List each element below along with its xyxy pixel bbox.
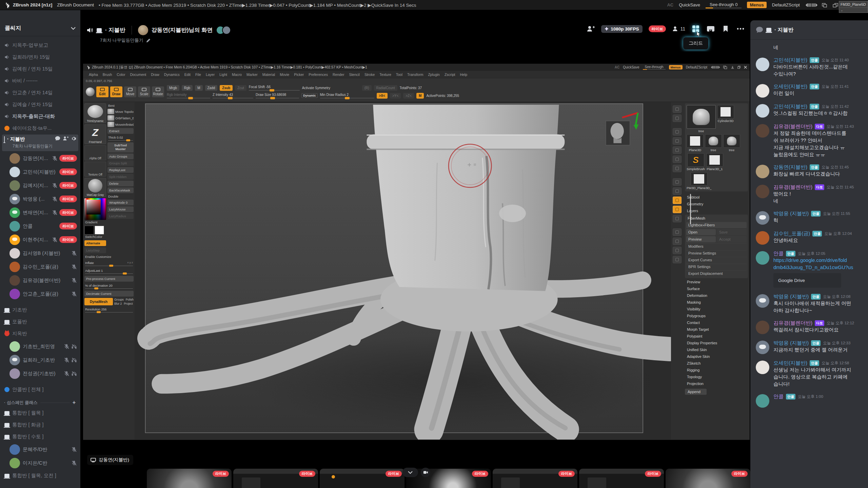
chat-message[interactable]: 네	[756, 44, 864, 51]
plus-icon[interactable]: +	[73, 400, 76, 406]
solo-icon[interactable]	[673, 215, 682, 222]
chat-message[interactable]: 강동연(지블반)안콜오늘 오전 11:45화장실 빠르게 다녀오겠습니다	[756, 164, 864, 178]
persp-icon[interactable]	[673, 178, 682, 186]
sidebar-channel[interactable]: 통합반 [ 수토 ]	[2, 431, 78, 443]
avatar[interactable]	[756, 58, 769, 71]
guild-header[interactable]: 콜씨지	[0, 20, 80, 36]
chat-message[interactable]: 김유경(블렌더반)다토오늘 오후 12:12렉걸려서 잠시껐다키고왔어요	[756, 320, 864, 334]
toolbar-slider[interactable]: Min Draw Radius 2	[320, 93, 374, 98]
inner-see-through[interactable]: See-through	[643, 65, 666, 69]
tool-menu-section[interactable]: Contact	[685, 320, 748, 326]
zbrush-menu-item[interactable]: Help	[457, 73, 470, 77]
sidebar-channel-selected[interactable]: · 지블반7회차 나무밑등만들기	[2, 135, 78, 151]
message-author[interactable]: 고민석(지블반)	[773, 103, 807, 110]
voice-user-row[interactable]: 김서영B (지블반)	[2, 246, 78, 260]
tool-menu-section[interactable]: Projection	[685, 381, 748, 387]
shelf-slider[interactable]: AdjustLast 1	[84, 268, 134, 274]
zbrush-menu-item[interactable]: Color	[114, 73, 127, 77]
inner-sliders-icon[interactable]	[711, 66, 719, 69]
transp-icon[interactable]	[673, 228, 682, 236]
shelf-button[interactable]: Decimate Current	[84, 291, 134, 297]
inner-close-button[interactable]	[744, 66, 747, 69]
tool-menu-section[interactable]: Polygroups	[685, 313, 748, 319]
sidebar-channel[interactable]: 지옥주-출퇴근-대화	[2, 110, 78, 122]
sidebar-channel[interactable]: 김예슬 / 연차 15일	[2, 99, 78, 110]
message-link[interactable]: https://drive.google.com/drive/fold	[773, 257, 864, 264]
message-author[interactable]: 강동연(지블반)	[773, 164, 807, 170]
sidebar-channel[interactable]: 안콜반 [ 전체 ]	[2, 384, 78, 395]
tool-thumbnail[interactable]: SSimpleBrush	[687, 153, 705, 171]
zbrush-menu-item[interactable]: Layer	[203, 73, 217, 77]
toolbar-slider[interactable]: Focal Shift -56	[249, 85, 300, 90]
voice-user-row[interactable]: 길희라_기초반	[2, 353, 78, 367]
chat-message[interactable]: 고민석(지블반)안콜오늘 오전 11:42엇..!스컬핑 되긴했는데ㅎㅎ감사합	[756, 103, 864, 118]
bookmark-icon[interactable]	[721, 24, 730, 33]
sidebar-channel[interactable]: 바비 / -------	[2, 75, 78, 87]
dynamesh-options[interactable]: GroupsPolishBlur 2Project	[114, 298, 134, 305]
zbrush-menu-item[interactable]: Preferences	[306, 73, 330, 77]
zbrush-menu-item[interactable]: Edit	[182, 73, 193, 77]
message-author[interactable]: 김유경(블렌더반)	[773, 184, 812, 190]
avatar[interactable]	[756, 211, 769, 225]
zbrush-menu-item[interactable]: Light	[217, 73, 230, 77]
subtool-preview-thumbnail[interactable]	[606, 121, 630, 145]
tool-dropdown[interactable]: FM3D_Plane5D ⌄	[839, 1, 868, 13]
toolbar-chip[interactable]: Dynamic	[301, 93, 318, 98]
zbrush-menu-item[interactable]: Document	[127, 73, 149, 77]
chat-message[interactable]: 오세민(지블반)안콜오늘 오후 12:58선생님 저는 나가봐야해서 여기까지습…	[756, 360, 864, 388]
avatar[interactable]	[756, 294, 769, 308]
avatar[interactable]	[756, 124, 769, 138]
palette-dock-right-icon[interactable]	[832, 3, 839, 7]
grid-view-button[interactable]: 그리드	[691, 24, 700, 33]
participant-video-tile[interactable]: 라이브	[320, 469, 405, 488]
zbrush-menu-item[interactable]: Texture	[377, 73, 393, 77]
tool-menu-section[interactable]: Visibility	[685, 306, 748, 312]
zbrush-menu-item[interactable]: Material	[260, 73, 277, 77]
tool-menu-section[interactable]: Polypaint	[685, 333, 748, 339]
shelf-slider[interactable]: Resolution 256	[84, 307, 134, 313]
avatar[interactable]	[756, 251, 769, 265]
avatar[interactable]	[756, 165, 769, 178]
toolbar-button[interactable]: (R)	[362, 85, 372, 91]
shelf-button[interactable]: WrapMode 0	[107, 200, 134, 205]
inner-quicksave[interactable]: QuickSave	[623, 65, 639, 69]
scroll-icon[interactable]	[673, 137, 682, 145]
avatar[interactable]	[756, 104, 769, 118]
avatar[interactable]	[756, 185, 769, 198]
message-author[interactable]: 김유경(블렌더반)	[773, 123, 812, 130]
participant-video-tile[interactable]: 라이브	[666, 469, 750, 488]
tool-menu-section[interactable]: Unified Skin	[685, 347, 748, 353]
fibermesh-subsection[interactable]: Export Displacement	[686, 270, 747, 276]
aahalf-icon[interactable]	[673, 165, 682, 172]
chat-message-list[interactable]: 네고민석(지블반)안콜오늘 오전 11:40디바이드버튼이 사라진것...같은데…	[750, 39, 868, 488]
shelf-button[interactable]: SubToolMaster	[107, 142, 134, 152]
voice-user-row[interactable]: 김유경(블렌더반)	[2, 273, 78, 287]
message-author[interactable]: 오세민(지블반)	[773, 83, 807, 90]
zbrush-menu-item[interactable]: Alpha	[86, 73, 100, 77]
voice-user-row[interactable]: 강동연(지...라이브	[2, 151, 78, 165]
toolbar-button[interactable]: Zadd	[205, 85, 218, 91]
voice-user-row[interactable]: 김예지(지...라이브	[2, 179, 78, 192]
dynamesh-button[interactable]: DynaMesh	[84, 298, 113, 305]
palette-dock-left-icon[interactable]	[822, 3, 828, 7]
zbrush-menu-item[interactable]: Tool	[394, 73, 405, 77]
ghost-icon[interactable]	[673, 238, 682, 245]
frame-icon[interactable]	[673, 115, 682, 122]
chat-message[interactable]: 김유경(블렌더반)다토오늘 오전 11:45떴어요 !네	[756, 184, 864, 205]
brush-mini-thumbnail[interactable]: Move Topological	[107, 109, 134, 114]
tool-menu-section[interactable]: Rigging	[685, 367, 748, 373]
matcap-thumbnail[interactable]: MatCap Gray	[84, 178, 106, 197]
voice-user-row[interactable]: 문혜주/D반	[2, 443, 78, 456]
link-embed[interactable]: Google Drive	[773, 273, 841, 288]
sidebar-channel[interactable]: 포폴반	[2, 316, 78, 328]
chat-message[interactable]: 박영웅 (지블반)안콜오늘 오전 11:55헉	[756, 210, 864, 225]
tool-menu-section[interactable]: Surface	[685, 286, 748, 292]
avatar[interactable]	[756, 321, 769, 334]
shelf-slider[interactable]: Thick 0.02	[107, 135, 134, 141]
chat-message[interactable]: 박영웅 (지블반)안콜오늘 오후 12:33지금까지 했던거 중에 젤 어려운거	[756, 340, 864, 354]
participant-video-tile[interactable]: 라이브	[493, 469, 577, 488]
fibermesh-button[interactable]: Open	[686, 229, 716, 235]
fibermesh-subsection[interactable]: BPR Settings	[686, 264, 747, 269]
participant-video-tile[interactable]: 라이브	[147, 469, 232, 488]
shelf-button[interactable]: Pre-process Current	[84, 276, 134, 282]
